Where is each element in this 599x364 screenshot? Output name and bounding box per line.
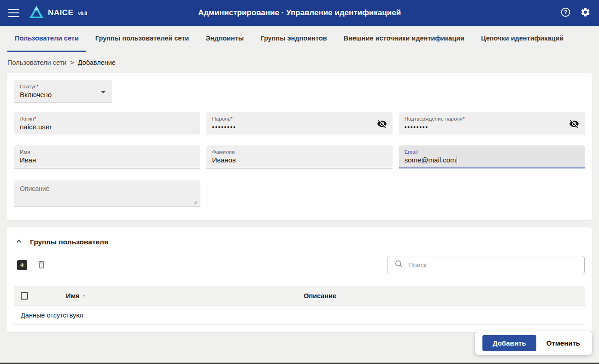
login-label: Логин: [20, 116, 34, 121]
breadcrumb-current: Добавление: [78, 59, 116, 66]
dropdown-arrow-icon: [101, 91, 106, 93]
last-name-label: Фамилия: [212, 149, 387, 155]
table-empty-row: Данные отсутствуют: [14, 306, 585, 325]
password-visibility-toggle[interactable]: [377, 119, 387, 131]
password-label: Пароль: [212, 116, 230, 121]
resize-handle[interactable]: [194, 201, 197, 204]
status-label: Статус: [20, 84, 36, 89]
required-asterisk: *: [230, 116, 232, 121]
status-select[interactable]: Статус* Включено: [14, 80, 112, 103]
cancel-button[interactable]: Отменить: [539, 335, 587, 351]
help-icon: ?: [560, 7, 571, 19]
plus-icon: +: [20, 260, 24, 270]
search-input[interactable]: [408, 261, 578, 269]
tab-network-users[interactable]: Пользователи сети: [7, 26, 86, 52]
password-confirm-label: Подтверждение пароля: [405, 116, 463, 121]
app-name: NAICE: [48, 8, 73, 17]
add-group-button[interactable]: +: [17, 260, 27, 270]
credentials-row: Логин* naice.user Пароль* •••••••• Подтв…: [14, 112, 585, 135]
groups-section-header: Группы пользователя: [14, 235, 585, 248]
eye-off-icon: [569, 119, 579, 129]
select-all-checkbox[interactable]: [21, 292, 28, 300]
tab-endpoint-groups[interactable]: Группы эндпоинтов: [253, 26, 334, 52]
email-field[interactable]: Email some@mail.com: [399, 145, 585, 168]
page-title: Администрирование · Управление идентифик…: [198, 8, 401, 17]
breadcrumb-separator: >: [70, 59, 74, 66]
password-field[interactable]: Пароль* ••••••••: [206, 112, 392, 135]
last-name-field[interactable]: Фамилия Иванов: [206, 145, 392, 168]
login-value: naice.user: [20, 122, 194, 132]
login-field[interactable]: Логин* naice.user: [14, 112, 200, 135]
svg-text:?: ?: [564, 9, 567, 16]
empty-text: Данные отсутствуют: [21, 312, 84, 319]
email-label: Email: [405, 149, 579, 155]
name-row: Имя Иван Фамилия Иванов Email some@mail.…: [14, 145, 585, 168]
groups-table: Имя ↑ Описание Данные отсутствуют: [14, 286, 585, 325]
groups-toolbar: +: [14, 256, 585, 274]
app-logo: NAICE v0.8: [29, 5, 87, 21]
user-groups-card: Группы пользователя +: [7, 227, 592, 332]
menu-icon[interactable]: [8, 9, 19, 17]
sort-asc-icon: ↑: [82, 292, 86, 300]
delete-group-button[interactable]: [36, 260, 47, 271]
gear-icon: [580, 7, 591, 19]
breadcrumb-parent[interactable]: Пользователи сети: [7, 59, 66, 66]
eye-off-icon: [377, 119, 387, 129]
search-icon: [394, 260, 404, 271]
description-field[interactable]: Описание: [14, 180, 200, 207]
settings-button[interactable]: [580, 7, 591, 19]
tab-identity-chains[interactable]: Цепочки идентификаций: [474, 26, 571, 52]
column-header-description: Описание: [304, 292, 585, 300]
password-confirm-field[interactable]: Подтверждение пароля* ••••••••: [399, 112, 585, 135]
tab-network-user-groups[interactable]: Группы пользователей сети: [88, 26, 196, 52]
text-cursor: [457, 156, 458, 164]
trash-icon: [36, 260, 47, 271]
group-search: [388, 256, 585, 274]
column-header-name[interactable]: Имя ↑: [46, 292, 304, 300]
groups-section-title: Группы пользователя: [30, 238, 108, 246]
first-name-label: Имя: [20, 149, 194, 155]
tab-bar: Пользователи сети Группы пользователей с…: [0, 26, 599, 52]
password-confirm-visibility-toggle[interactable]: [569, 119, 579, 131]
required-asterisk: *: [34, 116, 36, 121]
first-name-value: Иван: [20, 155, 194, 165]
groups-table-header: Имя ↑ Описание: [14, 286, 585, 306]
password-value: ••••••••: [212, 122, 387, 132]
tab-endpoints[interactable]: Эндпоинты: [198, 26, 251, 52]
required-asterisk: *: [463, 116, 464, 121]
last-name-value: Иванов: [212, 155, 387, 165]
description-label: Описание: [20, 184, 195, 192]
required-asterisk: *: [36, 84, 38, 89]
password-confirm-value: ••••••••: [405, 122, 579, 132]
user-form-card: Статус* Включено Логин* naice.user Парол…: [7, 73, 592, 220]
name-column-label: Имя: [66, 292, 80, 300]
tab-external-identity-sources[interactable]: Внешние источники идентификации: [336, 26, 471, 52]
form-action-bar: Добавить Отменить: [475, 331, 592, 355]
help-button[interactable]: ?: [560, 7, 571, 19]
chevron-up-icon: [14, 237, 23, 246]
app-bar: NAICE v0.8 Администрирование · Управлени…: [0, 0, 599, 26]
submit-button[interactable]: Добавить: [482, 335, 536, 351]
status-value: Включено: [20, 90, 106, 99]
logo-icon: [29, 5, 44, 21]
app-version: v0.8: [78, 11, 87, 16]
first-name-field[interactable]: Имя Иван: [14, 145, 200, 168]
collapse-toggle[interactable]: [14, 237, 23, 248]
breadcrumb: Пользователи сети > Добавление: [0, 52, 599, 73]
email-value: some@mail.com: [405, 156, 456, 164]
